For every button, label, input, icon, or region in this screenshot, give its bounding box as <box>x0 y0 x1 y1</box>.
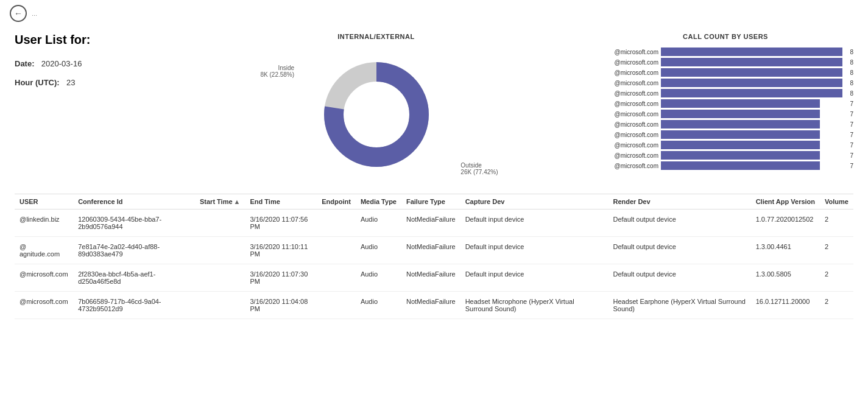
table-cell: NotMediaFailure <box>401 237 460 264</box>
table-column-header: Conference Id <box>73 194 195 210</box>
table-cell: 2f2830ea-bbcf-4b5a-aef1-d250a46f5e8d <box>73 264 195 292</box>
donut-outside-label: Outside 26K (77.42%) <box>460 162 498 175</box>
table-column-header: Endpoint <box>317 194 356 210</box>
table-column-header: Render Dev <box>608 194 750 210</box>
bar-outer <box>661 110 842 118</box>
date-label: Date: <box>15 59 35 68</box>
bar-label: @microsoft.com <box>598 80 658 86</box>
table-cell: 3/16/2020 11:07:56 PM <box>245 210 317 237</box>
table-cell <box>317 292 356 319</box>
table-row: @microsoft.com2f2830ea-bbcf-4b5a-aef1-d2… <box>15 264 853 292</box>
bar-chart-row: @microsoft.com 7 <box>598 110 853 118</box>
table-cell: 12060309-5434-45be-bba7-2b9d0576a944 <box>73 210 195 237</box>
table-cell: @ agnitude.com <box>15 237 73 264</box>
table-cell: NotMediaFailure <box>401 210 460 237</box>
table-cell: 1.3.00.5805 <box>751 264 820 292</box>
table-cell: 7b066589-717b-46cd-9a04-4732b95012d9 <box>73 292 195 319</box>
bar-outer <box>661 120 842 129</box>
table-column-header: Volume <box>820 194 853 210</box>
donut-chart-svg <box>316 54 437 175</box>
donut-chart-section: INTERNAL/EXTERNAL Inside 8K (22.58%) Out… <box>155 27 598 181</box>
hour-row: Hour (UTC): 23 <box>15 78 155 87</box>
user-list-info: User List for: Date: 2020-03-16 Hour (UT… <box>15 27 155 97</box>
table-cell <box>195 237 245 264</box>
table-cell: @linkedin.biz <box>15 210 73 237</box>
table-cell: 2 <box>820 292 853 319</box>
table-body: @linkedin.biz12060309-5434-45be-bba7-2b9… <box>15 210 853 319</box>
bar-chart-title: CALL COUNT BY USERS <box>598 33 853 40</box>
back-button[interactable]: ← <box>10 5 27 22</box>
table-cell: Audio <box>356 292 401 319</box>
bar-chart-row: @microsoft.com 7 <box>598 130 853 139</box>
table-column-header: Capture Dev <box>460 194 609 210</box>
bar-outer <box>661 99 842 108</box>
bar-value: 7 <box>845 111 853 118</box>
table-cell: Default input device <box>460 237 609 264</box>
table-cell <box>317 237 356 264</box>
table-cell: Default output device <box>608 210 750 237</box>
bar-outer <box>661 89 842 97</box>
bar-chart-row: @microsoft.com 7 <box>598 151 853 160</box>
table-cell: 3/16/2020 11:07:30 PM <box>245 264 317 292</box>
bar-inner <box>661 151 820 160</box>
bar-value: 8 <box>845 49 853 55</box>
bar-value: 8 <box>845 80 853 86</box>
bar-outer <box>661 68 842 77</box>
bar-inner <box>661 161 820 170</box>
table-cell: Audio <box>356 210 401 237</box>
table-row: @microsoft.com7b066589-717b-46cd-9a04-47… <box>15 292 853 319</box>
bar-value: 7 <box>845 121 853 128</box>
bar-inner <box>661 79 842 87</box>
table-cell: Audio <box>356 237 401 264</box>
table-row: @ agnitude.com7e81a74e-2a02-4d40-af88-89… <box>15 237 853 264</box>
table-cell: NotMediaFailure <box>401 264 460 292</box>
bar-label: @microsoft.com <box>598 111 658 118</box>
bar-outer <box>661 79 842 87</box>
date-value: 2020-03-16 <box>41 59 82 68</box>
hour-value: 23 <box>66 78 75 87</box>
bar-value: 7 <box>845 152 853 159</box>
bar-value: 8 <box>845 69 853 76</box>
bar-inner <box>661 130 820 139</box>
bar-value: 7 <box>845 163 853 169</box>
bar-label: @microsoft.com <box>598 132 658 138</box>
table-cell: 3/16/2020 11:10:11 PM <box>245 237 317 264</box>
sort-arrow-icon[interactable]: ▲ <box>234 198 241 205</box>
table-cell: Audio <box>356 264 401 292</box>
bar-chart-row: @microsoft.com 7 <box>598 161 853 170</box>
table-section: USERConference IdStart Time ▲End TimeEnd… <box>15 194 853 319</box>
bar-label: @microsoft.com <box>598 121 658 128</box>
bar-chart-row: @microsoft.com 8 <box>598 68 853 77</box>
bar-inner <box>661 120 820 129</box>
date-row: Date: 2020-03-16 <box>15 59 155 68</box>
table-column-header: Client App Version <box>751 194 820 210</box>
bar-chart-row: @microsoft.com 7 <box>598 120 853 129</box>
bar-chart-row: @microsoft.com 8 <box>598 48 853 56</box>
bar-value: 7 <box>845 142 853 149</box>
donut-chart-title: INTERNAL/EXTERNAL <box>337 33 414 40</box>
table-cell: Default input device <box>460 264 609 292</box>
bar-value: 8 <box>845 59 853 66</box>
bar-chart-rows: @microsoft.com 8 @microsoft.com 8 @micro… <box>598 48 853 170</box>
bar-chart-row: @microsoft.com 7 <box>598 99 853 108</box>
table-cell: 1.3.00.4461 <box>751 237 820 264</box>
table-cell: @microsoft.com <box>15 264 73 292</box>
bar-chart-section: CALL COUNT BY USERS @microsoft.com 8 @mi… <box>598 27 853 172</box>
table-cell: Headset Microphone (HyperX Virtual Surro… <box>460 292 609 319</box>
bar-label: @microsoft.com <box>598 152 658 159</box>
bar-value: 7 <box>845 100 853 107</box>
table-column-header[interactable]: Start Time ▲ <box>195 194 245 210</box>
table-column-header: USER <box>15 194 73 210</box>
bar-inner <box>661 48 842 56</box>
bar-inner <box>661 58 842 66</box>
bar-label: @microsoft.com <box>598 100 658 107</box>
table-cell: Default input device <box>460 210 609 237</box>
bar-label: @microsoft.com <box>598 59 658 66</box>
bar-label: @microsoft.com <box>598 49 658 55</box>
table-cell: 3/16/2020 11:04:08 PM <box>245 292 317 319</box>
table-header: USERConference IdStart Time ▲End TimeEnd… <box>15 194 853 210</box>
table-cell: 1.0.77.2020012502 <box>751 210 820 237</box>
bar-inner <box>661 68 842 77</box>
bar-chart-row: @microsoft.com 8 <box>598 58 853 66</box>
bar-inner <box>661 99 820 108</box>
